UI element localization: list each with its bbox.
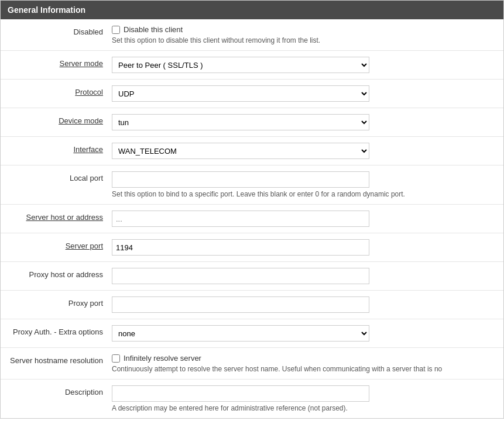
label-server-mode: Server mode xyxy=(1,57,112,68)
server-mode-select[interactable]: Peer to Peer ( SSL/TLS ) Peer to Peer ( … xyxy=(112,57,369,73)
content-proxy-host xyxy=(112,268,503,284)
label-description: Description xyxy=(1,385,112,396)
proxy-auth-select[interactable]: none basic ntlm xyxy=(112,325,369,342)
content-hostname-resolution: Infinitely resolve server Continuously a… xyxy=(112,354,503,373)
row-proxy-auth: Proxy Auth. - Extra options none basic n… xyxy=(1,319,503,348)
row-hostname-resolution: Server hostname resolution Infinitely re… xyxy=(1,348,503,380)
label-server-host: Server host or address xyxy=(1,211,112,222)
protocol-select[interactable]: UDP TCP xyxy=(112,85,369,102)
description-input[interactable] xyxy=(112,385,369,402)
label-proxy-auth: Proxy Auth. - Extra options xyxy=(1,325,112,336)
label-protocol: Protocol xyxy=(1,85,112,96)
row-protocol: Protocol UDP TCP xyxy=(1,80,503,108)
local-port-input[interactable] xyxy=(112,171,369,188)
content-proxy-port xyxy=(112,296,503,313)
row-device-mode: Device mode tun tap xyxy=(1,108,503,137)
row-server-mode: Server mode Peer to Peer ( SSL/TLS ) Pee… xyxy=(1,51,503,80)
content-server-host xyxy=(112,211,503,227)
proxy-host-input[interactable] xyxy=(112,268,369,284)
content-server-mode: Peer to Peer ( SSL/TLS ) Peer to Peer ( … xyxy=(112,57,503,73)
disable-client-label: Disable this client xyxy=(124,25,183,34)
row-description: Description A description may be entered… xyxy=(1,380,503,418)
row-interface: Interface WAN_TELECOM WAN LAN xyxy=(1,137,503,165)
hostname-resolution-label: Infinitely resolve server xyxy=(124,354,201,363)
label-disabled: Disabled xyxy=(1,25,112,36)
content-proxy-auth: none basic ntlm xyxy=(112,325,503,342)
content-interface: WAN_TELECOM WAN LAN xyxy=(112,143,503,159)
server-host-input[interactable] xyxy=(112,211,369,227)
content-description: A description may be entered here for ad… xyxy=(112,385,503,412)
disabled-help-text: Set this option to disable this client w… xyxy=(112,36,498,44)
hostname-resolution-help: Continuously attempt to resolve the serv… xyxy=(112,365,498,373)
label-server-port: Server port xyxy=(1,239,112,250)
interface-select[interactable]: WAN_TELECOM WAN LAN xyxy=(112,143,369,159)
device-mode-select[interactable]: tun tap xyxy=(112,114,369,130)
content-protocol: UDP TCP xyxy=(112,85,503,102)
proxy-port-input[interactable] xyxy=(112,296,369,313)
local-port-help: Set this option to bind to a specific po… xyxy=(112,190,498,198)
row-server-host: Server host or address xyxy=(1,205,503,233)
label-device-mode: Device mode xyxy=(1,114,112,125)
label-hostname-resolution: Server hostname resolution xyxy=(1,354,112,365)
label-local-port: Local port xyxy=(1,171,112,182)
content-local-port: Set this option to bind to a specific po… xyxy=(112,171,503,198)
server-port-input[interactable] xyxy=(112,239,369,256)
content-disabled: Disable this client Set this option to d… xyxy=(112,25,503,44)
label-proxy-host: Proxy host or address xyxy=(1,268,112,279)
row-proxy-host: Proxy host or address xyxy=(1,262,503,291)
content-device-mode: tun tap xyxy=(112,114,503,130)
label-proxy-port: Proxy port xyxy=(1,296,112,308)
content-server-port xyxy=(112,239,503,256)
panel-header: General Information xyxy=(1,1,503,19)
row-local-port: Local port Set this option to bind to a … xyxy=(1,165,503,205)
disable-client-checkbox[interactable] xyxy=(112,26,120,34)
row-server-port: Server port xyxy=(1,233,503,262)
hostname-resolution-checkbox[interactable] xyxy=(112,354,120,363)
row-disabled: Disabled Disable this client Set this op… xyxy=(1,19,503,51)
label-interface: Interface xyxy=(1,143,112,154)
description-help: A description may be entered here for ad… xyxy=(112,404,498,412)
row-proxy-port: Proxy port xyxy=(1,291,503,319)
general-information-panel: General Information Disabled Disable thi… xyxy=(0,0,504,419)
